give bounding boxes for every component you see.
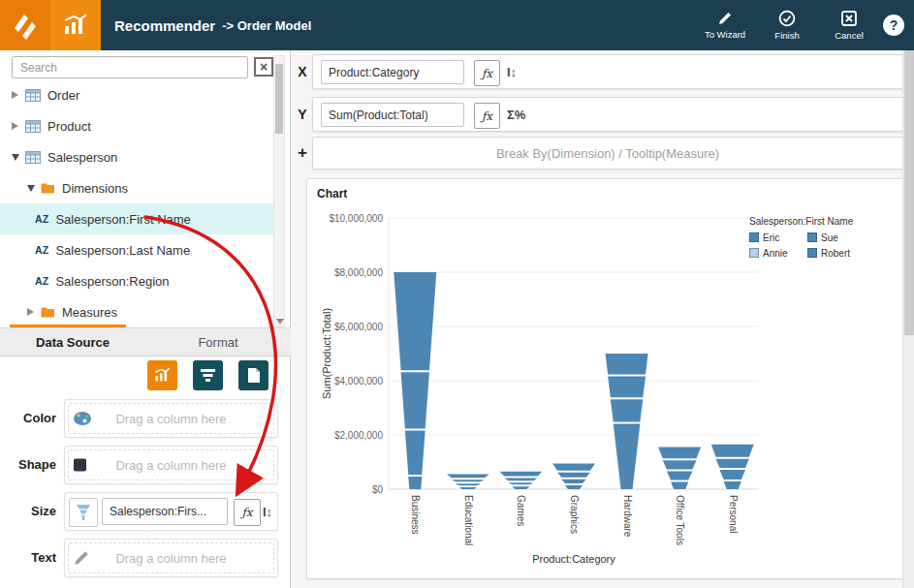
report-view-button[interactable]: [238, 360, 268, 390]
tree-scrollbar[interactable]: [273, 55, 285, 327]
chart-legend: Salesperson:First Name EricSueAnnieRober…: [749, 216, 897, 259]
shape-placeholder: Drag a column here: [68, 449, 274, 480]
tree-item-label: Dimensions: [62, 181, 128, 196]
expand-icon[interactable]: [12, 122, 18, 130]
grid-view-button[interactable]: [193, 360, 223, 390]
tree-item-dimensions[interactable]: Dimensions: [0, 172, 273, 203]
scroll-down-icon[interactable]: [276, 319, 284, 325]
bar-segment: [557, 473, 590, 478]
bar-segment: [452, 480, 485, 481]
x-axis-title: Product:Category: [532, 553, 615, 565]
legend-title: Salesperson:First Name: [749, 216, 897, 227]
search-input[interactable]: [12, 56, 248, 78]
text-drop-target[interactable]: Drag a column here: [64, 539, 278, 577]
table-icon: [25, 151, 41, 164]
collapse-icon[interactable]: [12, 154, 19, 161]
pencil-icon: [73, 549, 90, 567]
x-tick-label: Games: [516, 495, 526, 526]
bar-segment: [606, 354, 648, 374]
color-drop-target[interactable]: Drag a column here: [64, 399, 278, 438]
folder-icon: [41, 306, 55, 318]
document-icon: [247, 367, 261, 384]
help-button[interactable]: ?: [883, 15, 904, 36]
text-field-icon: AZ: [35, 275, 48, 287]
x-shelf: Product:Category ƒx I↕: [312, 54, 903, 89]
bar-segment: [719, 470, 745, 480]
shape-drop-target[interactable]: Drag a column here: [64, 446, 278, 484]
data-source-tree: OrderProductSalespersonDimensionsAZSales…: [0, 79, 273, 327]
tree-item-order[interactable]: Order: [0, 79, 273, 110]
x-tick-label: Office Tools: [675, 495, 685, 545]
folder-icon: [41, 182, 55, 194]
expand-icon[interactable]: [12, 91, 18, 99]
topbar: Recommender -> Order Model To Wizard Fin…: [0, 0, 914, 50]
bar-segment: [447, 475, 489, 479]
chart-module-button[interactable]: [50, 0, 101, 50]
bar-segment: [608, 376, 646, 397]
legend-swatch: [807, 248, 817, 258]
legend-item: Sue: [807, 232, 866, 243]
action-label: To Wizard: [705, 29, 745, 40]
y-tick-label: $0: [372, 484, 384, 495]
bar-segment: [552, 463, 595, 470]
app-logo-icon[interactable]: [0, 0, 50, 50]
main-area: X Product:Category ƒx I↕ Y Sum(Product:T…: [291, 50, 902, 588]
table-icon: [25, 89, 41, 102]
table-icon: [25, 120, 41, 133]
tree-item-salesperson-first-name[interactable]: AZSalesperson:First Name: [0, 203, 273, 234]
bar-segment: [459, 487, 477, 489]
formula-button[interactable]: ƒx: [474, 60, 500, 86]
finish-button[interactable]: Finish: [763, 10, 811, 41]
sort-icon[interactable]: I↕: [263, 499, 272, 524]
formula-button[interactable]: ƒx: [474, 103, 500, 129]
tree-item-salesperson[interactable]: Salesperson: [0, 141, 273, 172]
bar-segment: [561, 480, 585, 483]
clear-search-button[interactable]: ×: [254, 57, 273, 77]
size-drop-target[interactable]: Salesperson:Firs... ƒx I↕: [64, 492, 278, 531]
shape-well-row: Shape Drag a column here: [0, 446, 291, 484]
tree-item-product[interactable]: Product: [0, 110, 273, 141]
to-wizard-button[interactable]: To Wizard: [701, 11, 749, 40]
x-field[interactable]: Product:Category: [321, 60, 464, 84]
break-by-label: +: [295, 137, 310, 170]
logo-mark-icon: [11, 11, 40, 40]
view-type-buttons: [147, 360, 268, 390]
collapse-icon[interactable]: [27, 185, 35, 192]
text-placeholder: Drag a column here: [68, 542, 274, 573]
text-well-label: Text: [0, 539, 56, 577]
app-title: Recommender: [114, 17, 215, 34]
bar-segment: [614, 423, 641, 489]
sigma-percent-icon[interactable]: Σ%: [507, 103, 525, 127]
bar-chart-icon: [153, 367, 172, 384]
tree-scrollbar-thumb[interactable]: [275, 64, 283, 134]
chart-panel: Chart $0$2,000,000$4,000,000$6,000,000$8…: [306, 178, 905, 579]
chart-view-button[interactable]: [147, 360, 177, 390]
bar-segment: [663, 460, 697, 469]
x-tick-label: Educational: [463, 495, 474, 545]
y-field[interactable]: Sum(Product:Total): [321, 103, 464, 127]
formula-button[interactable]: ƒx: [234, 499, 261, 526]
main-scrollbar-thumb[interactable]: [904, 50, 914, 335]
x-tick-label: Business: [410, 495, 421, 535]
main-scrollbar[interactable]: [902, 50, 914, 588]
sidebar: × OrderProductSalespersonDimensionsAZSal…: [0, 50, 291, 588]
tab-data-source[interactable]: Data Source: [0, 328, 145, 356]
bar-segment: [509, 482, 534, 484]
topbar-actions: To Wizard Finish Cancel: [701, 0, 873, 50]
cancel-button[interactable]: Cancel: [825, 10, 873, 41]
sort-icon[interactable]: I↕: [507, 60, 517, 84]
tab-format[interactable]: Format: [145, 328, 291, 356]
break-by-drop-target[interactable]: Break By(Dimension) / Tooltip(Measure): [312, 137, 903, 170]
x-tick-label: Personal: [728, 495, 739, 533]
tree-item-salesperson-region[interactable]: AZSalesperson:Region: [0, 265, 273, 296]
y-axis-title: Sum(Product:Total): [321, 308, 332, 399]
expand-icon[interactable]: [27, 308, 34, 316]
shape-well-label: Shape: [0, 446, 56, 484]
color-well-label: Color: [0, 399, 56, 438]
tree-item-measures[interactable]: Measures: [0, 296, 273, 327]
size-field[interactable]: Salesperson:Firs...: [102, 498, 228, 525]
bar-segment: [611, 399, 643, 421]
action-label: Cancel: [835, 30, 864, 41]
tree-item-salesperson-last-name[interactable]: AZSalesperson:Last Name: [0, 234, 273, 265]
bar-segment: [512, 486, 529, 489]
